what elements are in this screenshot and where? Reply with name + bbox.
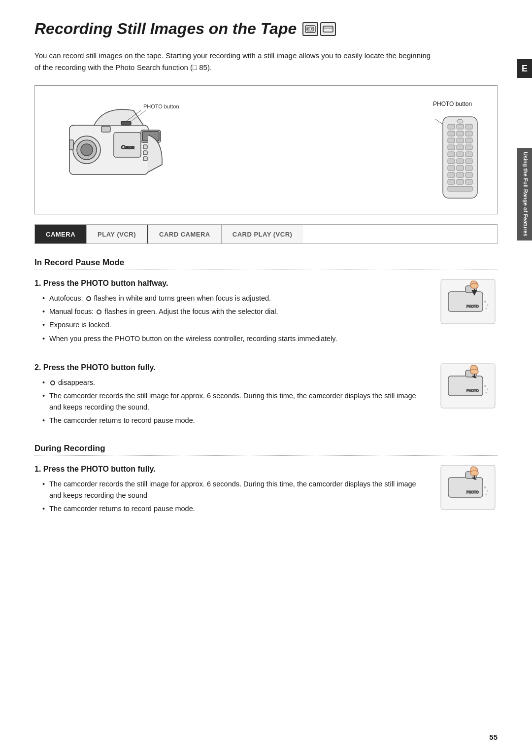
svg-point-9: [81, 144, 93, 156]
svg-rect-39: [466, 152, 472, 157]
svg-rect-26: [457, 124, 464, 129]
step-during-1-content: 1. Press the PHOTO button fully. The cam…: [34, 463, 429, 522]
tab-camera[interactable]: CAMERA: [35, 225, 87, 243]
svg-point-71: [487, 388, 489, 390]
step-during-1-heading: 1. Press the PHOTO button fully.: [34, 465, 429, 474]
svg-rect-33: [466, 138, 472, 143]
step-1-content: 1. Press the PHOTO button halfway. Autof…: [34, 277, 429, 351]
svg-point-76: [470, 471, 478, 476]
svg-text:Canon: Canon: [121, 144, 134, 150]
section-during-heading: During Recording: [34, 444, 498, 453]
bullet-returns-1: The camcorder returns to record pause mo…: [42, 415, 429, 426]
svg-point-70: [484, 385, 486, 387]
svg-rect-36: [466, 145, 472, 150]
step-during-1-heading-text: Press the PHOTO button fully.: [43, 465, 156, 473]
page-title: Recording Still Images on the Tape: [34, 20, 498, 38]
svg-rect-34: [448, 145, 455, 150]
tab-card-camera-label: CARD CAMERA: [159, 231, 210, 238]
title-text: Recording Still Images on the Tape: [34, 20, 297, 38]
svg-point-72: [486, 392, 487, 393]
svg-rect-51: [466, 179, 472, 184]
tab-card-play-vcr[interactable]: CARD PLAY (VCR): [222, 225, 303, 243]
svg-point-66: [470, 369, 478, 374]
svg-rect-30: [466, 131, 472, 136]
svg-point-80: [484, 486, 486, 488]
tab-play-vcr[interactable]: PLAY (VCR): [87, 225, 147, 243]
bullet-during-returns: The camcorder returns to record pause mo…: [42, 503, 429, 515]
svg-point-62: [486, 308, 487, 309]
step-2-bullets: disappears. The camcorder records the st…: [34, 377, 429, 427]
svg-rect-47: [457, 172, 464, 177]
side-label: Using the Full Range of Features: [517, 148, 532, 241]
bullet-during-records: The camcorder records the still image fo…: [42, 479, 429, 501]
section-record-pause-heading: In Record Pause Mode: [34, 258, 498, 268]
bullet-records-still: The camcorder records the still image fo…: [42, 390, 429, 413]
svg-point-81: [487, 490, 489, 491]
svg-point-82: [486, 493, 487, 495]
bullet-wireless: When you press the PHOTO button on the w…: [42, 333, 429, 344]
step-1-row: 1. Press the PHOTO button halfway. Autof…: [34, 277, 498, 351]
svg-rect-16: [101, 126, 110, 132]
svg-rect-44: [457, 166, 464, 171]
camcorder-svg: Canon PHOTO button: [45, 96, 183, 204]
step-1-image: PHOTO: [438, 277, 498, 328]
svg-rect-35: [457, 145, 464, 150]
side-label-text: Using the Full Range of Features: [523, 152, 529, 237]
svg-rect-25: [448, 124, 455, 129]
svg-rect-32: [457, 138, 464, 143]
mode-bar: CAMERA PLAY (VCR) CARD CAMERA CARD PLAY …: [34, 224, 498, 244]
tab-play-vcr-label: PLAY (VCR): [98, 231, 136, 238]
svg-rect-52: [448, 186, 472, 191]
svg-rect-49: [448, 179, 455, 184]
remote-svg: [433, 114, 487, 203]
svg-text:PHOTO button: PHOTO button: [143, 103, 179, 109]
svg-rect-41: [457, 159, 464, 164]
step-1-heading-text: Press the PHOTO button halfway.: [43, 279, 168, 287]
tab-camera-label: CAMERA: [46, 231, 75, 238]
e-label: E: [517, 59, 532, 78]
svg-rect-40: [448, 159, 455, 164]
diagram-box: Canon PHOTO button: [34, 85, 498, 214]
svg-rect-74: [448, 478, 483, 497]
svg-rect-38: [457, 152, 464, 157]
svg-point-57: [470, 283, 478, 288]
svg-rect-1: [307, 27, 314, 31]
section-record-pause: In Record Pause Mode 1. Press the PHOTO …: [34, 258, 498, 434]
camcorder-diagram: Canon PHOTO button: [45, 96, 183, 204]
tab-card-play-vcr-label: CARD PLAY (VCR): [233, 231, 293, 238]
svg-rect-29: [457, 131, 464, 136]
svg-rect-48: [466, 172, 472, 177]
dot-icon-3: [50, 380, 55, 385]
svg-rect-43: [448, 166, 455, 171]
svg-text:PHOTO: PHOTO: [466, 389, 479, 392]
intro-text: You can record still images on the tape.…: [34, 50, 438, 73]
bullet-exposure: Exposure is locked.: [42, 319, 429, 331]
svg-rect-28: [448, 131, 455, 136]
svg-rect-4: [323, 26, 333, 32]
tab-card-camera[interactable]: CARD CAMERA: [148, 225, 222, 243]
svg-rect-42: [466, 159, 472, 164]
svg-rect-64: [448, 376, 483, 396]
step-2-image: PHOTO: [438, 361, 498, 412]
svg-rect-50: [457, 179, 464, 184]
step-2-heading-text: Press the PHOTO button fully.: [43, 363, 156, 372]
svg-rect-20: [69, 140, 73, 150]
bullet-disappears: disappears.: [42, 377, 429, 388]
step-during-1-image: PHOTO: [438, 463, 498, 514]
svg-point-3: [311, 28, 313, 30]
svg-text:PHOTO: PHOTO: [466, 490, 479, 494]
svg-rect-17: [143, 145, 147, 149]
svg-text:PHOTO: PHOTO: [466, 305, 479, 308]
step-2-heading: 2. Press the PHOTO button fully.: [34, 363, 429, 372]
dot-icon-2: [97, 309, 101, 314]
section-during-recording: During Recording 1. Press the PHOTO butt…: [34, 444, 498, 522]
step-1-bullets: Autofocus: flashes in white and turns gr…: [34, 293, 429, 344]
svg-rect-45: [466, 166, 472, 171]
step-1-heading: 1. Press the PHOTO button halfway.: [34, 279, 429, 288]
svg-rect-18: [143, 151, 147, 155]
svg-rect-46: [448, 172, 455, 177]
bullet-autofocus: Autofocus: flashes in white and turns gr…: [42, 293, 429, 304]
step-during-1-bullets: The camcorder records the still image fo…: [34, 479, 429, 515]
svg-rect-14: [121, 121, 131, 125]
tape-icon: [302, 22, 318, 36]
